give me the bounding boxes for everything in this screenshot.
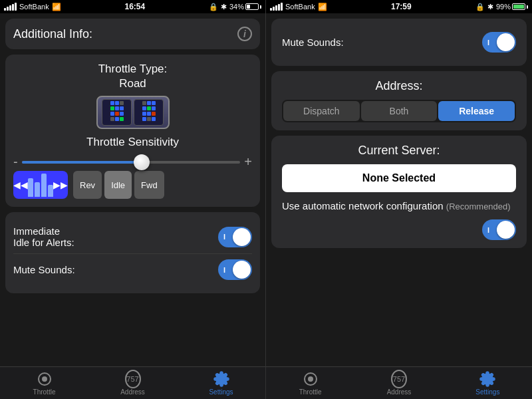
- tab-settings-right[interactable]: Settings: [444, 371, 532, 396]
- sensitivity-slider[interactable]: [22, 161, 241, 164]
- throttle-type-card: Throttle Type: Road: [5, 55, 260, 207]
- rewind-double-icon[interactable]: ◀◀: [13, 171, 28, 199]
- tab-throttle-label-left: Throttle: [33, 388, 56, 396]
- sensitivity-label: Throttle Sensitivity: [13, 136, 252, 149]
- signal-icon: [4, 3, 17, 11]
- left-panel: SoftBank 📶 16:54 🔒 ✱ 34% Additional Info…: [0, 0, 266, 399]
- svg-point-1: [42, 376, 47, 382]
- immediate-idle-knob: [233, 228, 251, 246]
- tab-settings-label-right: Settings: [475, 388, 499, 396]
- address-icon-right: 757: [391, 371, 407, 387]
- slider-plus-label: +: [244, 154, 252, 170]
- status-left: SoftBank 📶: [4, 3, 61, 11]
- auto-config-toggle[interactable]: I: [482, 219, 516, 240]
- wifi-icon-right: 📶: [318, 3, 327, 11]
- battery-indicator: 34%: [229, 3, 261, 11]
- both-segment[interactable]: Both: [361, 101, 438, 121]
- tab-address-right[interactable]: 757 Address: [354, 371, 443, 396]
- tab-bar-left: Throttle 757 Address Settings: [0, 366, 265, 399]
- settings-toggles-card: ImmediateIdle for Alerts: I Mute Sounds:…: [5, 212, 260, 293]
- right-content: Mute Sounds: I Address: Dispatch Both Re…: [266, 13, 532, 366]
- immediate-idle-label: ImmediateIdle for Alerts:: [13, 225, 74, 248]
- throttle-icon-left: [37, 371, 53, 387]
- mute-sounds-card-right: Mute Sounds: I: [271, 19, 527, 66]
- auto-config-text: Use automatic network configuration (Rec…: [282, 199, 516, 213]
- battery-tip: [260, 5, 261, 9]
- lock-icon: 🔒: [209, 3, 218, 11]
- carrier-label-right: SoftBank: [285, 3, 315, 11]
- tab-settings-left[interactable]: Settings: [177, 371, 265, 396]
- battery-percent: 34%: [229, 3, 244, 11]
- tab-address-label-right: Address: [387, 388, 412, 396]
- immediate-idle-toggle-label: I: [223, 233, 225, 241]
- tab-address-label-left: Address: [120, 388, 145, 396]
- additional-info-title: Additional Info:: [13, 27, 92, 41]
- mute-sounds-toggle-right[interactable]: I: [482, 32, 516, 53]
- lock-icon-right: 🔒: [475, 3, 485, 11]
- address-title: Address:: [282, 79, 516, 93]
- mute-sounds-knob-right: [497, 33, 515, 51]
- tab-throttle-right[interactable]: Throttle: [266, 371, 354, 396]
- status-right-left: SoftBank 📶: [270, 3, 327, 11]
- slider-thumb[interactable]: [134, 154, 150, 170]
- status-bar-right: SoftBank 📶 17:59 🔒 ✱ 99%: [266, 0, 532, 13]
- slider-row: - +: [13, 154, 252, 170]
- immediate-idle-toggle[interactable]: I: [218, 227, 252, 247]
- speed-bar-4: [48, 185, 53, 197]
- svg-point-3: [308, 376, 313, 382]
- mute-sounds-toggle-left[interactable]: I: [218, 259, 252, 280]
- speed-bar-3: [41, 174, 47, 197]
- status-bar-left: SoftBank 📶 16:54 🔒 ✱ 34%: [0, 0, 265, 13]
- address-icon-left: 757: [125, 371, 141, 387]
- tab-throttle-label-right: Throttle: [299, 388, 322, 396]
- recommended-label: (Recommended): [446, 201, 511, 211]
- throttle-type-value: Road: [13, 77, 252, 90]
- time-label: 16:54: [124, 2, 145, 11]
- wifi-icon: 📶: [52, 3, 61, 11]
- immediate-idle-row: ImmediateIdle for Alerts: I: [13, 220, 252, 254]
- device-module-right: [134, 99, 164, 126]
- mute-sounds-label-right: Mute Sounds:: [282, 37, 344, 48]
- none-selected-button[interactable]: None Selected: [282, 164, 516, 192]
- address-badge-left: 757: [125, 370, 141, 388]
- address-card: Address: Dispatch Both Release: [271, 71, 527, 130]
- tab-throttle-left[interactable]: Throttle: [0, 371, 88, 396]
- bluetooth-icon: ✱: [221, 3, 227, 11]
- idle-button[interactable]: Idle: [104, 171, 132, 199]
- forward-double-icon[interactable]: ▶▶: [53, 171, 68, 199]
- slider-fill: [22, 161, 142, 164]
- tab-settings-label-left: Settings: [209, 388, 233, 396]
- dispatch-segment[interactable]: Dispatch: [283, 101, 360, 121]
- mute-sounds-knob-left: [233, 261, 251, 279]
- release-segment[interactable]: Release: [438, 101, 515, 121]
- battery-fill-right: [513, 5, 524, 9]
- speed-bar-2: [35, 182, 40, 197]
- signal-icon-right: [270, 3, 283, 11]
- address-segmented-control: Dispatch Both Release: [282, 100, 516, 122]
- bluetooth-icon-right: ✱: [487, 3, 493, 11]
- left-content: Additional Info: i Throttle Type: Road: [0, 13, 265, 366]
- rev-button[interactable]: Rev: [73, 171, 102, 199]
- carrier-label: SoftBank: [19, 3, 49, 11]
- auto-config-knob: [497, 221, 515, 239]
- speed-buttons[interactable]: ◀◀ ▶▶: [13, 171, 68, 199]
- throttle-icon-right: [303, 371, 319, 387]
- status-right-right: 🔒 ✱ 99%: [475, 3, 528, 11]
- tab-bar-right: Throttle 757 Address Settings: [266, 366, 532, 399]
- info-icon[interactable]: i: [237, 27, 252, 41]
- throttle-type-label: Throttle Type:: [13, 63, 252, 76]
- throttle-device-image: [13, 96, 252, 129]
- device-module-left: [102, 99, 132, 126]
- server-title: Current Server:: [282, 144, 516, 158]
- battery-percent-right: 99%: [496, 3, 511, 11]
- address-badge-right: 757: [391, 370, 407, 388]
- mute-sounds-toggle-label-right: I: [487, 39, 489, 47]
- tab-address-left[interactable]: 757 Address: [88, 371, 177, 396]
- slider-minus-label: -: [13, 154, 18, 170]
- current-server-card: Current Server: None Selected Use automa…: [271, 136, 527, 248]
- additional-info-card: Additional Info: i: [5, 19, 260, 49]
- mute-sounds-toggle-label-left: I: [223, 266, 225, 274]
- fwd-button[interactable]: Fwd: [134, 171, 164, 199]
- throttle-device: [96, 96, 170, 129]
- battery-body-right: [512, 3, 525, 10]
